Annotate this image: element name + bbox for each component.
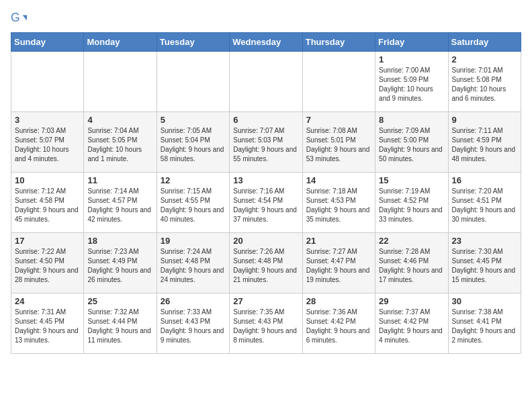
svg-marker-1 bbox=[23, 15, 27, 20]
calendar-cell: 9Sunrise: 7:11 AM Sunset: 4:59 PM Daylig… bbox=[448, 112, 521, 173]
calendar-cell: 20Sunrise: 7:26 AM Sunset: 4:48 PM Dayli… bbox=[230, 233, 302, 293]
logo-icon: G bbox=[11, 11, 27, 27]
day-info: Sunrise: 7:05 AM Sunset: 5:04 PM Dayligh… bbox=[161, 126, 226, 164]
calendar-cell: 19Sunrise: 7:24 AM Sunset: 4:48 PM Dayli… bbox=[157, 233, 229, 293]
day-info: Sunrise: 7:20 AM Sunset: 4:51 PM Dayligh… bbox=[452, 187, 517, 224]
day-number: 11 bbox=[87, 175, 152, 185]
day-info: Sunrise: 7:07 AM Sunset: 5:03 PM Dayligh… bbox=[233, 126, 298, 164]
day-info: Sunrise: 7:15 AM Sunset: 4:55 PM Dayligh… bbox=[161, 187, 226, 224]
day-number: 21 bbox=[306, 236, 371, 246]
calendar-cell: 28Sunrise: 7:36 AM Sunset: 4:42 PM Dayli… bbox=[302, 293, 375, 354]
header: G bbox=[11, 11, 521, 27]
calendar-cell: 1Sunrise: 7:00 AM Sunset: 5:09 PM Daylig… bbox=[375, 52, 448, 112]
calendar-cell: 12Sunrise: 7:15 AM Sunset: 4:55 PM Dayli… bbox=[157, 173, 229, 233]
day-info: Sunrise: 7:11 AM Sunset: 4:59 PM Dayligh… bbox=[452, 126, 517, 164]
calendar-cell: 30Sunrise: 7:38 AM Sunset: 4:41 PM Dayli… bbox=[448, 293, 521, 354]
calendar-cell: 29Sunrise: 7:37 AM Sunset: 4:42 PM Dayli… bbox=[375, 293, 448, 354]
weekday-header: Sunday bbox=[11, 33, 84, 52]
calendar-cell: 26Sunrise: 7:33 AM Sunset: 4:43 PM Dayli… bbox=[157, 293, 229, 354]
day-info: Sunrise: 7:30 AM Sunset: 4:45 PM Dayligh… bbox=[452, 247, 517, 285]
day-info: Sunrise: 7:36 AM Sunset: 4:42 PM Dayligh… bbox=[306, 308, 371, 345]
day-info: Sunrise: 7:00 AM Sunset: 5:09 PM Dayligh… bbox=[379, 66, 444, 103]
day-number: 15 bbox=[379, 175, 444, 185]
day-info: Sunrise: 7:26 AM Sunset: 4:48 PM Dayligh… bbox=[233, 247, 298, 285]
day-number: 7 bbox=[306, 115, 371, 125]
day-number: 4 bbox=[87, 115, 152, 125]
calendar-body: 1Sunrise: 7:00 AM Sunset: 5:09 PM Daylig… bbox=[11, 52, 521, 354]
day-info: Sunrise: 7:01 AM Sunset: 5:08 PM Dayligh… bbox=[452, 66, 517, 103]
day-number: 18 bbox=[87, 236, 152, 246]
day-info: Sunrise: 7:24 AM Sunset: 4:48 PM Dayligh… bbox=[161, 247, 226, 285]
calendar-cell: 15Sunrise: 7:19 AM Sunset: 4:52 PM Dayli… bbox=[375, 173, 448, 233]
day-number: 12 bbox=[161, 175, 226, 185]
day-number: 14 bbox=[306, 175, 371, 185]
day-number: 6 bbox=[233, 115, 298, 125]
calendar-cell: 24Sunrise: 7:31 AM Sunset: 4:45 PM Dayli… bbox=[11, 293, 84, 354]
calendar-week-row: 3Sunrise: 7:03 AM Sunset: 5:07 PM Daylig… bbox=[11, 112, 521, 173]
day-number: 5 bbox=[161, 115, 226, 125]
calendar-cell: 17Sunrise: 7:22 AM Sunset: 4:50 PM Dayli… bbox=[11, 233, 84, 293]
calendar-cell: 25Sunrise: 7:32 AM Sunset: 4:44 PM Dayli… bbox=[84, 293, 157, 354]
day-number: 17 bbox=[15, 236, 80, 246]
day-number: 23 bbox=[452, 236, 517, 246]
calendar-cell: 11Sunrise: 7:14 AM Sunset: 4:57 PM Dayli… bbox=[84, 173, 157, 233]
weekday-header: Thursday bbox=[302, 33, 375, 52]
weekday-header: Wednesday bbox=[230, 33, 302, 52]
calendar-cell: 18Sunrise: 7:23 AM Sunset: 4:49 PM Dayli… bbox=[84, 233, 157, 293]
calendar-week-row: 24Sunrise: 7:31 AM Sunset: 4:45 PM Dayli… bbox=[11, 293, 521, 354]
day-info: Sunrise: 7:33 AM Sunset: 4:43 PM Dayligh… bbox=[161, 308, 226, 345]
day-info: Sunrise: 7:38 AM Sunset: 4:41 PM Dayligh… bbox=[452, 308, 517, 345]
calendar-cell: 6Sunrise: 7:07 AM Sunset: 5:03 PM Daylig… bbox=[230, 112, 302, 173]
day-number: 2 bbox=[452, 54, 517, 64]
calendar-cell bbox=[11, 52, 84, 112]
calendar-cell bbox=[84, 52, 157, 112]
day-number: 19 bbox=[161, 236, 226, 246]
calendar-cell: 7Sunrise: 7:08 AM Sunset: 5:01 PM Daylig… bbox=[302, 112, 375, 173]
day-info: Sunrise: 7:09 AM Sunset: 5:00 PM Dayligh… bbox=[379, 126, 444, 164]
day-number: 13 bbox=[233, 175, 298, 185]
day-number: 20 bbox=[233, 236, 298, 246]
day-number: 25 bbox=[87, 296, 152, 306]
calendar-cell: 13Sunrise: 7:16 AM Sunset: 4:54 PM Dayli… bbox=[230, 173, 302, 233]
day-info: Sunrise: 7:31 AM Sunset: 4:45 PM Dayligh… bbox=[15, 308, 80, 345]
day-info: Sunrise: 7:19 AM Sunset: 4:52 PM Dayligh… bbox=[379, 187, 444, 224]
calendar-cell: 21Sunrise: 7:27 AM Sunset: 4:47 PM Dayli… bbox=[302, 233, 375, 293]
day-number: 10 bbox=[15, 175, 80, 185]
calendar-table: SundayMondayTuesdayWednesdayThursdayFrid… bbox=[11, 32, 521, 354]
weekday-header-row: SundayMondayTuesdayWednesdayThursdayFrid… bbox=[11, 33, 521, 52]
day-number: 3 bbox=[15, 115, 80, 125]
calendar-cell: 23Sunrise: 7:30 AM Sunset: 4:45 PM Dayli… bbox=[448, 233, 521, 293]
day-number: 8 bbox=[379, 115, 444, 125]
calendar-cell: 22Sunrise: 7:28 AM Sunset: 4:46 PM Dayli… bbox=[375, 233, 448, 293]
day-number: 27 bbox=[233, 296, 298, 306]
day-number: 22 bbox=[379, 236, 444, 246]
calendar-cell: 8Sunrise: 7:09 AM Sunset: 5:00 PM Daylig… bbox=[375, 112, 448, 173]
day-info: Sunrise: 7:14 AM Sunset: 4:57 PM Dayligh… bbox=[87, 187, 152, 224]
calendar-cell bbox=[157, 52, 229, 112]
day-info: Sunrise: 7:04 AM Sunset: 5:05 PM Dayligh… bbox=[87, 126, 152, 164]
day-info: Sunrise: 7:35 AM Sunset: 4:43 PM Dayligh… bbox=[233, 308, 298, 345]
day-number: 30 bbox=[452, 296, 517, 306]
calendar-cell: 10Sunrise: 7:12 AM Sunset: 4:58 PM Dayli… bbox=[11, 173, 84, 233]
svg-text:G: G bbox=[11, 11, 20, 24]
day-number: 28 bbox=[306, 296, 371, 306]
day-info: Sunrise: 7:28 AM Sunset: 4:46 PM Dayligh… bbox=[379, 247, 444, 285]
calendar-cell bbox=[230, 52, 302, 112]
weekday-header: Monday bbox=[84, 33, 157, 52]
day-info: Sunrise: 7:27 AM Sunset: 4:47 PM Dayligh… bbox=[306, 247, 371, 285]
day-info: Sunrise: 7:37 AM Sunset: 4:42 PM Dayligh… bbox=[379, 308, 444, 345]
day-info: Sunrise: 7:32 AM Sunset: 4:44 PM Dayligh… bbox=[87, 308, 152, 345]
weekday-header: Friday bbox=[375, 33, 448, 52]
day-info: Sunrise: 7:18 AM Sunset: 4:53 PM Dayligh… bbox=[306, 187, 371, 224]
calendar-header: SundayMondayTuesdayWednesdayThursdayFrid… bbox=[11, 33, 521, 52]
day-info: Sunrise: 7:03 AM Sunset: 5:07 PM Dayligh… bbox=[15, 126, 80, 164]
calendar-cell: 3Sunrise: 7:03 AM Sunset: 5:07 PM Daylig… bbox=[11, 112, 84, 173]
day-info: Sunrise: 7:08 AM Sunset: 5:01 PM Dayligh… bbox=[306, 126, 371, 164]
weekday-header: Saturday bbox=[448, 33, 521, 52]
day-info: Sunrise: 7:16 AM Sunset: 4:54 PM Dayligh… bbox=[233, 187, 298, 224]
logo: G bbox=[11, 11, 30, 27]
day-number: 9 bbox=[452, 115, 517, 125]
calendar-cell: 16Sunrise: 7:20 AM Sunset: 4:51 PM Dayli… bbox=[448, 173, 521, 233]
calendar-week-row: 1Sunrise: 7:00 AM Sunset: 5:09 PM Daylig… bbox=[11, 52, 521, 112]
calendar-cell: 27Sunrise: 7:35 AM Sunset: 4:43 PM Dayli… bbox=[230, 293, 302, 354]
